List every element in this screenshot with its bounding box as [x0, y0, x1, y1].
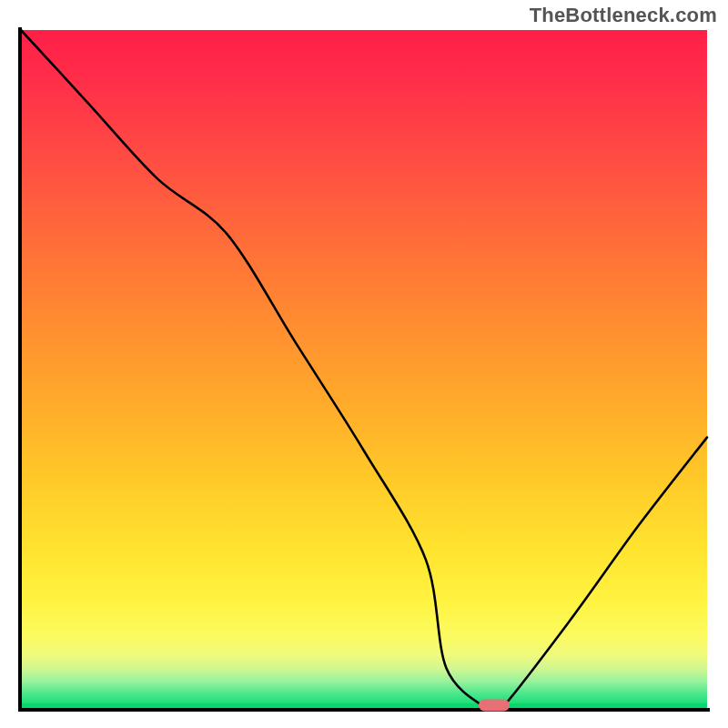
plot-area — [18, 27, 710, 712]
chart-container: TheBottleneck.com — [0, 0, 728, 728]
heat-gradient-background — [21, 30, 707, 709]
watermark-label: TheBottleneck.com — [530, 4, 717, 27]
gradient-bottom-strip — [21, 703, 707, 709]
optimal-marker — [479, 700, 510, 712]
